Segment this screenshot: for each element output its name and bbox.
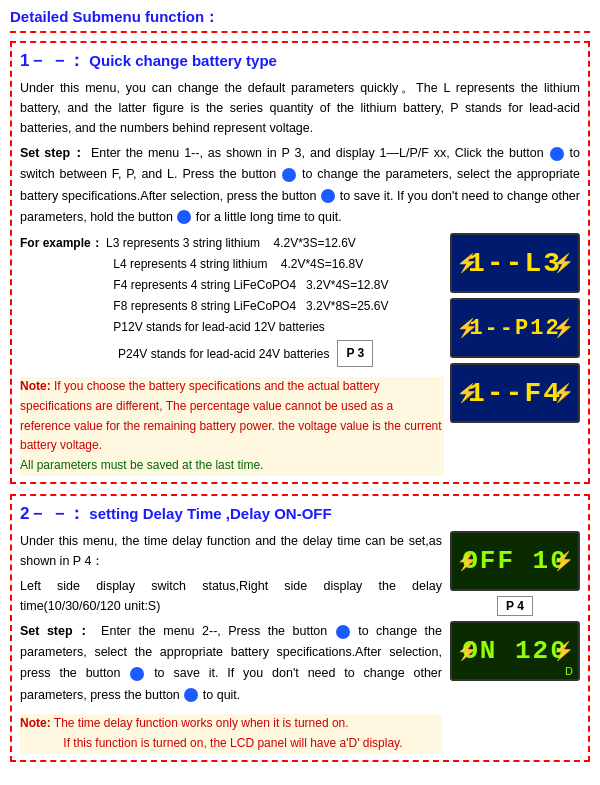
- sec2-text: Under this menu, the time delay function…: [20, 531, 442, 754]
- sec2-images: ⚡ OFF 10 ⚡ P 4 ⚡ ON 120 ⚡ D: [450, 531, 580, 754]
- p3-box: P 3: [337, 340, 373, 367]
- lightning-left-3: ⚡: [456, 382, 478, 404]
- section1-text-col: For example： L3 represents 3 string lith…: [20, 233, 444, 476]
- sec2-set-step-label: Set step：: [20, 624, 94, 638]
- section1-title: 1－ －： Quick change battery type: [20, 49, 580, 72]
- sec2-set-step-text4: to quit.: [203, 688, 241, 702]
- sec2-note-label: Note:: [20, 716, 51, 730]
- example-2: L4 represents 4 string lithium 4.2V*4S=1…: [113, 257, 363, 271]
- sec2-note-text2: If this function is turned on, the LCD p…: [63, 736, 402, 750]
- section1-images-col: ⚡ 1--L3 ⚡ ⚡ 1--P12 ⚡ ⚡ 1--F4 ⚡: [450, 233, 580, 423]
- lcd-text-3: 1--F4: [468, 378, 562, 409]
- sec2-body1: Under this menu, the time delay function…: [20, 531, 442, 571]
- btn-icon-s2: [130, 667, 144, 681]
- section2-content: Under this menu, the time delay function…: [20, 531, 580, 754]
- lightning-g-left1: ⚡: [456, 550, 478, 572]
- lightning-right-1: ⚡: [552, 252, 574, 274]
- lightning-g-right1: ⚡: [552, 550, 574, 572]
- lightning-left-2: ⚡: [456, 317, 478, 339]
- d-label: D: [565, 665, 573, 677]
- example-3: F4 represents 4 string LiFeCoPO4 3.2V*4S…: [113, 278, 388, 292]
- section-2: 2－ －： setting Delay Time ,Delay ON-OFF U…: [10, 494, 590, 762]
- p4-box: P 4: [497, 596, 533, 616]
- example-6: P24V stands for lead-acid 24V batteries: [118, 344, 329, 365]
- lcd-screen-3: ⚡ 1--F4 ⚡: [450, 363, 580, 423]
- section1-body: Under this menu, you can change the defa…: [20, 78, 580, 138]
- btn-icon-4: [177, 210, 191, 224]
- set-step-text5: for a little long time to quit.: [196, 210, 342, 224]
- sec2-set-step-text1: Enter the menu 2--, Press the button: [101, 624, 327, 638]
- set-step-label: Set step：: [20, 146, 86, 160]
- btn-icon-3: [321, 189, 335, 203]
- lightning-right-3: ⚡: [552, 382, 574, 404]
- lightning-right-2: ⚡: [552, 317, 574, 339]
- btn-icon-s3: [184, 688, 198, 702]
- lightning-g-left2: ⚡: [456, 640, 478, 662]
- example-1: L3 represents 3 string lithium 4.2V*3S=1…: [106, 236, 356, 250]
- lcd-screen-1: ⚡ 1--L3 ⚡: [450, 233, 580, 293]
- examples-block: For example： L3 represents 3 string lith…: [20, 233, 444, 369]
- note-green: All parameters must be saved at the last…: [20, 458, 263, 472]
- section2-title: 2－ －： setting Delay Time ,Delay ON-OFF: [20, 502, 580, 525]
- section1-setstep: Set step： Enter the menu 1--, as shown i…: [20, 143, 580, 228]
- for-example-label: For example：: [20, 236, 103, 250]
- lcd-text-2: 1--P12: [469, 316, 560, 341]
- note-label: Note:: [20, 379, 51, 393]
- lcd-screen-2: ⚡ 1--P12 ⚡: [450, 298, 580, 358]
- sec2-body2: Left side display switch status,Right si…: [20, 576, 442, 616]
- btn-icon-1: [550, 147, 564, 161]
- example-4: F8 represents 8 string LiFeCoPO4 3.2V*8S…: [113, 299, 388, 313]
- sec2-note-text1: The time delay function works only when …: [54, 716, 349, 730]
- note-text: If you choose the battery specifications…: [20, 379, 442, 452]
- sec2-note: Note: The time delay function works only…: [20, 714, 442, 754]
- lcd-text-1: 1--L3: [468, 248, 562, 279]
- example-5: P12V stands for lead-acid 12V batteries: [113, 320, 324, 334]
- btn-icon-s1: [336, 625, 350, 639]
- page-title: Detailed Submenu function：: [10, 8, 590, 33]
- btn-icon-2: [282, 168, 296, 182]
- section-1: 1－ －： Quick change battery type Under th…: [10, 41, 590, 484]
- lightning-left-1: ⚡: [456, 252, 478, 274]
- lcd-screen-off: ⚡ OFF 10 ⚡: [450, 531, 580, 591]
- section1-main-row: For example： L3 represents 3 string lith…: [20, 233, 580, 476]
- lightning-g-right2: ⚡: [552, 640, 574, 662]
- section1-note: Note: If you choose the battery specific…: [20, 377, 444, 476]
- set-step-text1: Enter the menu 1--, as shown in P 3, and…: [91, 146, 544, 160]
- sec2-setstep: Set step： Enter the menu 2--, Press the …: [20, 621, 442, 706]
- lcd-screen-on: ⚡ ON 120 ⚡ D: [450, 621, 580, 681]
